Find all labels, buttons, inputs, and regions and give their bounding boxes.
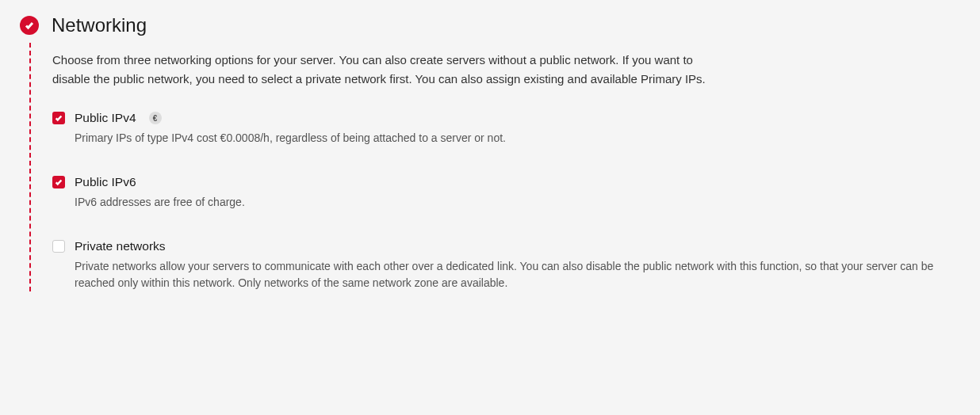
section-title: Networking	[52, 14, 147, 36]
option-description: IPv6 addresses are free of charge.	[75, 194, 964, 211]
option-description: Primary IPs of type IPv4 cost €0.0008/h,…	[75, 130, 964, 147]
option-label: Private networks	[75, 239, 166, 253]
section-description: Choose from three networking options for…	[52, 51, 718, 89]
euro-icon: €	[149, 112, 162, 124]
option-label: Public IPv4	[75, 111, 136, 125]
option-description: Private networks allow your servers to c…	[75, 258, 964, 291]
option-public-ipv4: Public IPv4 € Primary IPs of type IPv4 c…	[52, 111, 964, 147]
section-complete-icon	[20, 16, 39, 35]
checkbox-private-networks[interactable]	[52, 240, 65, 253]
option-label: Public IPv6	[75, 175, 136, 189]
checkbox-public-ipv4[interactable]	[52, 112, 65, 124]
checkbox-public-ipv6[interactable]	[52, 176, 65, 188]
timeline-line	[29, 43, 31, 291]
option-public-ipv6: Public IPv6 IPv6 addresses are free of c…	[52, 175, 964, 211]
section-header: Networking	[20, 14, 980, 36]
option-private-networks: Private networks Private networks allow …	[52, 239, 964, 291]
